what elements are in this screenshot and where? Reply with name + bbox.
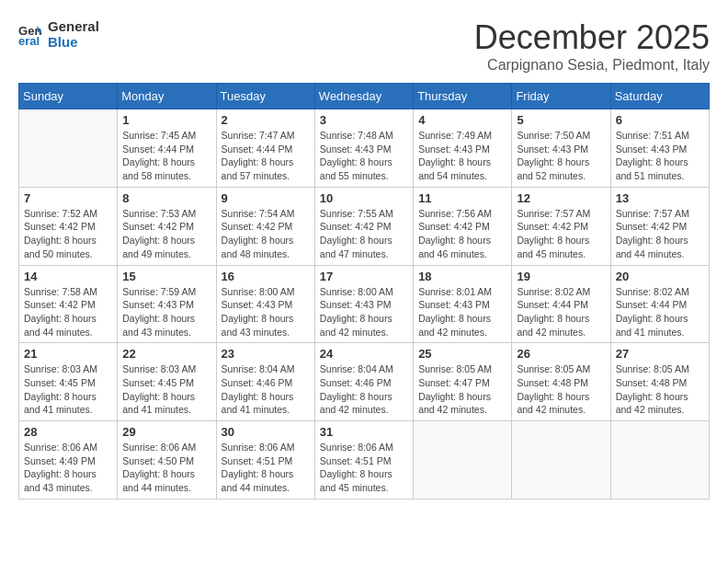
day-info: Sunrise: 8:06 AM Sunset: 4:49 PM Dayligh…: [24, 441, 112, 495]
day-info: Sunrise: 7:51 AM Sunset: 4:43 PM Dayligh…: [616, 129, 704, 183]
calendar-cell: 1Sunrise: 7:45 AM Sunset: 4:44 PM Daylig…: [118, 109, 216, 188]
day-number: 10: [320, 191, 408, 205]
title-area: December 2025 Carpignano Sesia, Piedmont…: [474, 18, 710, 74]
calendar-cell: 26Sunrise: 8:05 AM Sunset: 4:48 PM Dayli…: [512, 343, 610, 421]
week-row-0: 1Sunrise: 7:45 AM Sunset: 4:44 PM Daylig…: [19, 109, 710, 188]
day-number: 22: [122, 347, 210, 361]
calendar-cell: 15Sunrise: 7:59 AM Sunset: 4:43 PM Dayli…: [118, 265, 216, 343]
day-info: Sunrise: 7:49 AM Sunset: 4:43 PM Dayligh…: [418, 129, 506, 183]
day-number: 29: [122, 425, 210, 439]
week-row-2: 14Sunrise: 7:58 AM Sunset: 4:42 PM Dayli…: [19, 265, 710, 343]
day-info: Sunrise: 8:00 AM Sunset: 4:43 PM Dayligh…: [320, 285, 408, 339]
day-info: Sunrise: 7:50 AM Sunset: 4:43 PM Dayligh…: [517, 129, 605, 183]
calendar-cell: 29Sunrise: 8:06 AM Sunset: 4:50 PM Dayli…: [118, 421, 216, 500]
day-info: Sunrise: 7:47 AM Sunset: 4:44 PM Dayligh…: [222, 129, 310, 183]
calendar-cell: 7Sunrise: 7:52 AM Sunset: 4:42 PM Daylig…: [19, 187, 118, 265]
logo-text-line2: Blue: [48, 34, 99, 50]
calendar-cell: 19Sunrise: 8:02 AM Sunset: 4:44 PM Dayli…: [512, 265, 610, 343]
day-number: 16: [222, 270, 310, 283]
day-number: 30: [222, 425, 310, 439]
day-number: 7: [24, 191, 112, 205]
week-row-3: 21Sunrise: 8:03 AM Sunset: 4:45 PM Dayli…: [19, 343, 710, 421]
calendar-cell: 3Sunrise: 7:48 AM Sunset: 4:43 PM Daylig…: [314, 109, 413, 188]
day-info: Sunrise: 8:01 AM Sunset: 4:43 PM Dayligh…: [418, 285, 506, 339]
day-number: 11: [418, 191, 506, 205]
calendar-cell: [512, 421, 610, 500]
calendar-cell: 5Sunrise: 7:50 AM Sunset: 4:43 PM Daylig…: [512, 109, 610, 188]
day-info: Sunrise: 8:05 AM Sunset: 4:48 PM Dayligh…: [616, 362, 704, 417]
day-number: 6: [616, 113, 704, 127]
day-number: 26: [517, 347, 605, 361]
calendar-cell: 6Sunrise: 7:51 AM Sunset: 4:43 PM Daylig…: [610, 109, 709, 188]
day-number: 12: [517, 191, 605, 205]
day-info: Sunrise: 8:06 AM Sunset: 4:50 PM Dayligh…: [122, 441, 210, 495]
day-info: Sunrise: 8:03 AM Sunset: 4:45 PM Dayligh…: [122, 362, 210, 417]
calendar-cell: 16Sunrise: 8:00 AM Sunset: 4:43 PM Dayli…: [216, 265, 314, 343]
weekday-header-sunday: Sunday: [19, 84, 118, 109]
weekday-header-saturday: Saturday: [610, 84, 709, 109]
day-info: Sunrise: 8:04 AM Sunset: 4:46 PM Dayligh…: [222, 362, 310, 417]
calendar: SundayMondayTuesdayWednesdayThursdayFrid…: [18, 83, 710, 500]
day-info: Sunrise: 7:48 AM Sunset: 4:43 PM Dayligh…: [320, 129, 408, 183]
day-number: 2: [222, 113, 310, 127]
day-number: 23: [222, 347, 310, 361]
day-number: 4: [418, 113, 506, 127]
svg-text:eral: eral: [18, 34, 40, 47]
header: Gen eral General Blue December 2025 Carp…: [18, 18, 710, 74]
day-number: 3: [320, 113, 408, 127]
calendar-cell: 10Sunrise: 7:55 AM Sunset: 4:42 PM Dayli…: [314, 187, 413, 265]
week-row-1: 7Sunrise: 7:52 AM Sunset: 4:42 PM Daylig…: [19, 187, 710, 265]
logo-text-line1: General: [48, 18, 99, 34]
day-info: Sunrise: 8:02 AM Sunset: 4:44 PM Dayligh…: [517, 285, 605, 339]
day-info: Sunrise: 7:56 AM Sunset: 4:42 PM Dayligh…: [418, 207, 506, 261]
weekday-header-monday: Monday: [118, 84, 216, 109]
day-number: 21: [24, 347, 112, 361]
day-info: Sunrise: 7:58 AM Sunset: 4:42 PM Dayligh…: [24, 285, 112, 339]
calendar-cell: 4Sunrise: 7:49 AM Sunset: 4:43 PM Daylig…: [414, 109, 512, 188]
day-info: Sunrise: 8:00 AM Sunset: 4:43 PM Dayligh…: [222, 285, 310, 339]
calendar-cell: 25Sunrise: 8:05 AM Sunset: 4:47 PM Dayli…: [414, 343, 512, 421]
weekday-header-friday: Friday: [512, 84, 610, 109]
day-number: 20: [616, 270, 704, 283]
day-number: 13: [616, 191, 704, 205]
calendar-cell: [610, 421, 709, 500]
day-info: Sunrise: 7:57 AM Sunset: 4:42 PM Dayligh…: [616, 207, 704, 261]
day-info: Sunrise: 7:52 AM Sunset: 4:42 PM Dayligh…: [24, 207, 112, 261]
day-number: 8: [122, 191, 210, 205]
calendar-cell: 24Sunrise: 8:04 AM Sunset: 4:46 PM Dayli…: [314, 343, 413, 421]
day-number: 14: [24, 270, 112, 283]
calendar-cell: 30Sunrise: 8:06 AM Sunset: 4:51 PM Dayli…: [216, 421, 314, 500]
day-info: Sunrise: 7:45 AM Sunset: 4:44 PM Dayligh…: [122, 129, 210, 183]
calendar-cell: 23Sunrise: 8:04 AM Sunset: 4:46 PM Dayli…: [216, 343, 314, 421]
calendar-cell: 13Sunrise: 7:57 AM Sunset: 4:42 PM Dayli…: [610, 187, 709, 265]
weekday-header-row: SundayMondayTuesdayWednesdayThursdayFrid…: [19, 84, 710, 109]
day-number: 28: [24, 425, 112, 439]
day-info: Sunrise: 8:02 AM Sunset: 4:44 PM Dayligh…: [616, 285, 704, 339]
day-number: 27: [616, 347, 704, 361]
logo-icon: Gen eral: [18, 21, 44, 47]
calendar-cell: 14Sunrise: 7:58 AM Sunset: 4:42 PM Dayli…: [19, 265, 118, 343]
calendar-cell: 11Sunrise: 7:56 AM Sunset: 4:42 PM Dayli…: [414, 187, 512, 265]
day-info: Sunrise: 8:04 AM Sunset: 4:46 PM Dayligh…: [320, 362, 408, 417]
day-info: Sunrise: 8:03 AM Sunset: 4:45 PM Dayligh…: [24, 362, 112, 417]
calendar-cell: 9Sunrise: 7:54 AM Sunset: 4:42 PM Daylig…: [216, 187, 314, 265]
calendar-cell: [19, 109, 118, 188]
logo: Gen eral General Blue: [18, 18, 99, 50]
calendar-cell: 17Sunrise: 8:00 AM Sunset: 4:43 PM Dayli…: [314, 265, 413, 343]
day-number: 24: [320, 347, 408, 361]
week-row-4: 28Sunrise: 8:06 AM Sunset: 4:49 PM Dayli…: [19, 421, 710, 500]
day-number: 31: [320, 425, 408, 439]
day-info: Sunrise: 7:53 AM Sunset: 4:42 PM Dayligh…: [122, 207, 210, 261]
calendar-cell: 21Sunrise: 8:03 AM Sunset: 4:45 PM Dayli…: [19, 343, 118, 421]
calendar-cell: 27Sunrise: 8:05 AM Sunset: 4:48 PM Dayli…: [610, 343, 709, 421]
day-info: Sunrise: 7:59 AM Sunset: 4:43 PM Dayligh…: [122, 285, 210, 339]
day-number: 1: [122, 113, 210, 127]
day-info: Sunrise: 8:06 AM Sunset: 4:51 PM Dayligh…: [222, 441, 310, 495]
weekday-header-wednesday: Wednesday: [314, 84, 413, 109]
day-info: Sunrise: 8:05 AM Sunset: 4:47 PM Dayligh…: [418, 362, 506, 417]
day-info: Sunrise: 7:55 AM Sunset: 4:42 PM Dayligh…: [320, 207, 408, 261]
day-info: Sunrise: 8:05 AM Sunset: 4:48 PM Dayligh…: [517, 362, 605, 417]
day-number: 5: [517, 113, 605, 127]
day-number: 19: [517, 270, 605, 283]
location-title: Carpignano Sesia, Piedmont, Italy: [474, 57, 710, 74]
